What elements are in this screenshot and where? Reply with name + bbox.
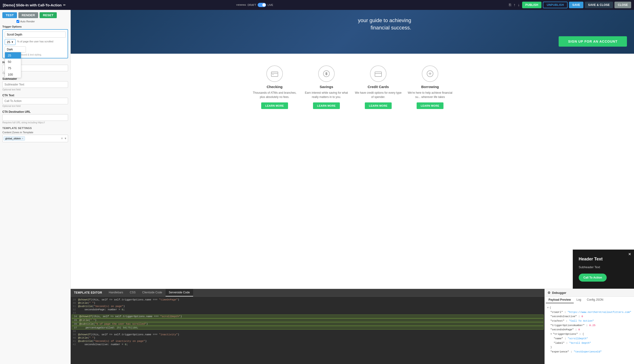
borrowing-desc: We're here to help achieve financial su.… [406,91,454,99]
savings-desc: Earn interest while saving for what real… [303,91,350,99]
close-button[interactable]: CLOSE [614,2,631,8]
json-trigger-label: "label" : "Scroll Depth" [554,341,632,346]
auto-render-row: Auto Render [16,20,68,23]
tag-dropdown-button[interactable]: ▼ [64,137,67,140]
publish-button[interactable]: PUBLISH [522,2,542,8]
dropdown-item-50[interactable]: 50 [5,59,21,65]
chevron-down-icon: ▼ [11,41,14,43]
cta-url-note: Requires full URL string including https… [2,121,68,124]
json-seconds-inactive: "secondsInactive" : 0 [550,314,632,319]
tab-handlebars[interactable]: Handlebars [106,289,126,296]
draft-label: DRAFT [248,4,256,6]
json-trigger-name: "name" : "scrollDepth" [554,336,632,341]
selected-value: 25 [7,40,10,44]
borrowing-title: Borrowing [406,85,454,89]
tag-controls: ✕ ▼ [61,137,67,140]
debugger-tabs: Payload Preview Log Config JSON [545,297,634,303]
tab-config-json[interactable]: Config JSON [584,297,606,303]
save-button[interactable]: SAVE [569,2,583,8]
code-line-33: 33 [71,311,544,314]
tab-clientside[interactable]: Clientside Code [139,289,166,296]
code-line-40: 40 @title(" ") [71,336,544,340]
trigger-select-row: Scroll Depth Time on Page Inactivity [5,32,66,38]
code-line-35: 35 @title(" ") [72,318,544,322]
json-cta-text: "ctaText" : "Call To Action" [550,319,632,323]
json-cta-url: "ctaUrl" : "https://www.northerntrailout… [550,310,632,314]
download-icon[interactable]: ↓ [518,3,520,7]
page-title: [Demo] Slide-In with Call-To-Action ✏ [3,3,234,7]
editor-header: TEMPLATE EDITOR Handlebars CSS Clientsid… [71,289,544,297]
unpublish-button[interactable]: UNPUBLISH [543,2,568,8]
save-close-button[interactable]: SAVE & CLOSE [585,2,613,8]
tab-payload-preview[interactable]: Payload Preview [546,297,574,303]
bottom-area: TEMPLATE EDITOR Handlebars CSS Clientsid… [71,289,634,364]
preview-content: your guide to achieving financial succes… [71,10,634,289]
borrowing-learn-more[interactable]: LEARN MORE [416,102,444,109]
popup-close-button[interactable]: ✕ [628,252,631,256]
savings-learn-more[interactable]: LEARN MORE [313,102,340,109]
credit-title: Credit Cards [355,85,402,89]
subheader-input[interactable] [2,81,68,88]
copy-icon[interactable]: ⎘ [509,3,511,7]
top-bar: [Demo] Slide-In with Call-To-Action ✏ VI… [0,0,634,10]
slidein-popup: ✕ Header Text Subheader Text Call To Act… [573,250,634,289]
dropdown-item-75[interactable]: 75 [5,65,21,71]
tab-css[interactable]: CSS [126,289,139,296]
theme-select[interactable]: Dark Light [5,46,26,52]
dropdown-item-100[interactable]: 100 [5,71,21,78]
viewing-label: VIEWING [236,4,246,6]
code-line-32: 32 secondsOnPage: number = 0; [71,308,544,311]
edit-icon[interactable]: ✏ [63,3,66,7]
render-button[interactable]: RENDER [18,12,38,18]
signup-button[interactable]: SIGN UP FOR AN ACCOUNT [559,36,627,46]
theme-row: Dark Light [5,46,66,52]
title-text: [Demo] Slide-In with Call-To-Action [3,3,62,7]
code-line-39: 39 @shownIf(this, self => self.triggerOp… [71,333,544,336]
json-trigger-num: "triggerOptionsNumber" : 0.25 [550,323,632,328]
tab-log[interactable]: Log [574,297,584,303]
json-trigger-options-open: ▼"triggerOptions" : { [550,332,632,336]
draft-live-toggle[interactable] [258,3,266,7]
credit-learn-more[interactable]: LEARN MORE [365,102,392,109]
value-row: 25 ▼ 25 50 75 100 % of page the user has… [5,39,66,45]
borrowing-icon [422,66,438,82]
tag-clear-button[interactable]: ✕ [61,137,63,140]
right-area: your guide to achieving financial succes… [71,10,634,364]
checking-learn-more[interactable]: LEARN MORE [261,102,288,109]
debugger-header: ⚙ Debugger [545,289,634,297]
code-line-42: 42 secondsInactive: number = 0; [71,343,544,346]
test-button[interactable]: TEST [2,12,17,18]
savings-title: Savings [303,85,350,89]
preview-area: your guide to achieving financial succes… [71,10,634,289]
cta-text-section: CTA Text Optional text field [2,94,68,107]
debugger-title: Debugger [552,291,631,294]
code-line-38: 38 [71,330,544,333]
code-line-41: 41 @subtitle("Second(s) of inactivity on… [71,340,544,343]
trigger-description: % of page the user has scrolled [17,40,53,43]
tab-serverside[interactable]: Serverside Code [166,289,193,296]
code-line-34: 34 @shownIf(this, self => self.triggerOp… [72,314,544,318]
popup-cta-button[interactable]: Call To Action [579,274,607,282]
trigger-type-select[interactable]: Scroll Depth Time on Page Inactivity [5,32,66,38]
main-layout: TEST RENDER RESET Auto Render Trigger Op… [0,10,634,364]
checking-desc: Thousands of ATMs and branches, plus abs… [251,91,298,99]
auto-render-label: Auto Render [20,20,35,23]
tag-remove-icon[interactable]: × [22,137,23,140]
content-zones-label: Content Zones in Template [2,131,68,134]
cta-url-input[interactable]: https://www.northerntrailoutfitters.c [2,114,68,121]
value-dropdown-trigger[interactable]: 25 ▼ [5,39,16,45]
card-savings: $ Savings Earn interest while saving for… [300,61,352,114]
dropdown-item-25[interactable]: 25 [5,52,21,59]
trigger-options-label: Trigger Options [2,25,68,28]
upload-icon[interactable]: ↑ [514,3,516,7]
gear-icon: ⚙ [548,291,551,294]
card-checking: Checking Thousands of ATMs and branches,… [249,61,300,114]
code-line-31: 31 @subtitle("Second(s) on page") [71,305,544,308]
reset-button[interactable]: RESET [40,12,56,18]
auto-render-checkbox[interactable] [16,20,19,23]
template-settings: TEMPLATE SETTINGS Content Zones in Templ… [2,127,68,142]
cta-text-note: Optional text field [2,105,68,107]
checking-title: Checking [251,85,298,89]
card-credit: Credit Cards We have credit options for … [352,61,404,114]
cta-text-input[interactable] [2,98,68,104]
